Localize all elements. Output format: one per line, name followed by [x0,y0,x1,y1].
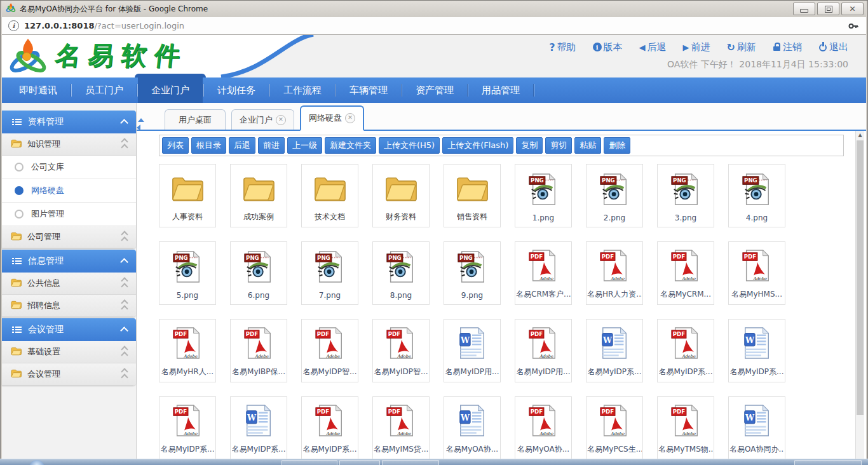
sidebar-item[interactable]: 招聘信息 [2,295,136,317]
file-item[interactable]: PDFAdobe名易MyCRM... [657,241,714,305]
file-item[interactable]: PDFAdobe名易MyIDP系... [657,319,714,382]
sidebar-item[interactable]: 基础设置 [2,341,136,363]
sidebar-item[interactable]: 知识管理 [2,133,136,156]
windows-taskbar[interactable] [0,459,868,465]
toolbar-button[interactable]: 复制 [516,137,543,154]
file-item[interactable]: W名易MyIDP用... [444,319,501,382]
nav-item-2[interactable]: 员工门户 [72,78,137,103]
file-item[interactable]: PDFAdobe名易HR人力资... [586,241,643,305]
header-link-back[interactable]: ◀后退 [639,41,667,53]
file-item[interactable]: PNG1.png [515,164,572,227]
file-item[interactable]: PNG7.png [301,241,358,305]
collapse-up-icon[interactable] [138,118,144,122]
file-item[interactable]: PNG9.png [444,241,501,305]
tab-close-icon[interactable]: ✕ [276,115,286,125]
close-button[interactable]: ✕ [841,3,864,15]
taskbar-button[interactable] [339,460,380,465]
toolbar-button[interactable]: 粘贴 [574,137,601,154]
scroll-up-arrow[interactable]: ▲ [856,131,864,140]
toolbar-button[interactable]: 剪切 [545,137,572,154]
title-bar[interactable]: 名易MyOA协同办公平台 for 体验版 - Google Chrome ✕ [2,1,866,17]
address-bar[interactable]: i 127.0.0.1:8018/?act=userLogin.login [2,17,866,35]
toolbar-button[interactable]: 上传文件(H5) [379,137,440,154]
sidebar-section-header[interactable]: 信息管理 [2,250,136,273]
toolbar-button[interactable]: 列表 [162,137,189,154]
content-tab[interactable]: 网络硬盘✕ [300,105,364,131]
taskbar-button[interactable] [794,460,862,465]
file-item[interactable]: W名易MyIDP系... [230,396,287,460]
header-link-help[interactable]: ?帮助 [549,41,576,53]
file-item[interactable]: PDFAdobe名易MyIDP智... [372,319,430,382]
toolbar-button[interactable]: 前进 [258,137,285,154]
file-item[interactable]: PNG4.png [728,164,785,227]
toolbar-button[interactable]: 后退 [229,137,255,154]
file-item[interactable]: PNG5.png [159,241,216,305]
sidebar-leaf-item[interactable]: 图片管理 [2,203,136,226]
content-tab[interactable]: 用户桌面 [165,109,226,130]
file-item[interactable]: PDFAdobe名易MyTMS物... [657,396,714,460]
tab-close-icon[interactable]: ✕ [345,113,355,123]
folder-item[interactable]: 人事资料 [159,164,216,227]
nav-item-1[interactable]: 即时通讯 [6,78,71,103]
sidebar-section-header[interactable]: 资料管理 [2,111,136,133]
nav-item-5[interactable]: 工作流程 [270,78,335,103]
file-item[interactable]: PDFAdobe名易CRM客户... [515,241,572,305]
toolbar-button[interactable]: 根目录 [191,137,226,154]
scrollbar[interactable]: ▲ [855,131,864,461]
file-item[interactable]: PDFAdobe名易MyIDP用... [515,319,572,382]
taskbar-button[interactable] [382,460,439,465]
nav-item-8[interactable]: 用品管理 [468,78,533,103]
file-item[interactable]: W名易OA协同办... [728,396,785,460]
header-link-refresh[interactable]: ↻刷新 [727,41,756,53]
file-item[interactable]: PDFAdobe名易MyIDP系... [159,396,216,460]
file-item[interactable]: PDFAdobe名易MyHR人... [159,319,216,382]
nav-item-3[interactable]: 企业门户 [138,78,203,103]
site-info-icon[interactable]: i [8,20,19,31]
sidebar-leaf-item[interactable]: 公司文库 [2,156,136,179]
maximize-button[interactable] [817,3,839,15]
file-item[interactable]: PDFAdobe名易MyPCS生... [586,396,643,460]
nav-item-6[interactable]: 车辆管理 [336,78,401,103]
folder-item[interactable]: 财务资料 [372,164,430,227]
sidebar-collapse-control[interactable] [138,118,144,131]
folder-item[interactable]: 成功案例 [230,164,287,227]
file-item[interactable]: PDFAdobe名易MyIDP智... [301,319,358,382]
header-link-lock[interactable]: 注销 [773,41,802,53]
start-orb-icon[interactable] [29,460,44,465]
header-link-forward[interactable]: ▶前进 [683,41,710,53]
sidebar-item[interactable]: 会议管理 [2,363,136,386]
nav-item-4[interactable]: 计划任务 [204,78,269,103]
nav-item-7[interactable]: 资产管理 [402,78,467,103]
file-item[interactable]: PDFAdobe名易MyIMS贷... [372,396,430,460]
sidebar-section-header[interactable]: 会议管理 [2,318,136,341]
header-link-power[interactable]: 退出 [818,41,848,53]
file-item[interactable]: PNG2.png [586,164,643,227]
scroll-thumb[interactable] [857,140,864,415]
minimize-button[interactable] [793,3,815,15]
folder-item[interactable]: 技术文档 [301,164,358,227]
content-tab[interactable]: 企业门户✕ [231,109,294,130]
header-link-info[interactable]: i版本 [593,41,623,53]
file-item[interactable]: PNG6.png [230,241,287,305]
key-icon[interactable] [848,21,858,33]
folder-item[interactable]: 销售资料 [444,164,501,227]
file-item[interactable]: PDFAdobe名易MyIDP系... [301,396,358,460]
sidebar-item[interactable]: 公司管理 [2,226,136,248]
taskbar-button[interactable] [281,460,337,465]
file-item[interactable]: PNG8.png [372,241,430,305]
file-item[interactable]: W名易MyIDP系... [586,319,643,382]
file-item[interactable]: PDFAdobe名易MyHMS... [728,241,785,305]
toolbar-button[interactable]: 上传文件(Flash) [442,137,513,154]
file-item[interactable]: W名易MyIDP系... [728,319,785,382]
file-item[interactable]: PDFAdobe名易MyIBP保... [230,319,287,382]
toolbar-button[interactable]: 新建文件夹 [325,137,376,154]
toolbar-button[interactable]: 删除 [604,137,630,154]
file-item[interactable]: PNG3.png [657,164,714,227]
file-item[interactable]: PDFAdobe名易MyOA协... [515,396,572,460]
url-text[interactable]: 127.0.0.1:8018/?act=userLogin.login [24,21,184,30]
toolbar-button[interactable]: 上一级 [287,137,322,154]
sidebar-leaf-item[interactable]: 网络硬盘 [2,179,136,203]
file-item[interactable]: W名易MyOA协... [444,396,501,460]
sidebar-item[interactable]: 公共信息 [2,273,136,295]
collapse-left-icon[interactable] [137,125,140,131]
